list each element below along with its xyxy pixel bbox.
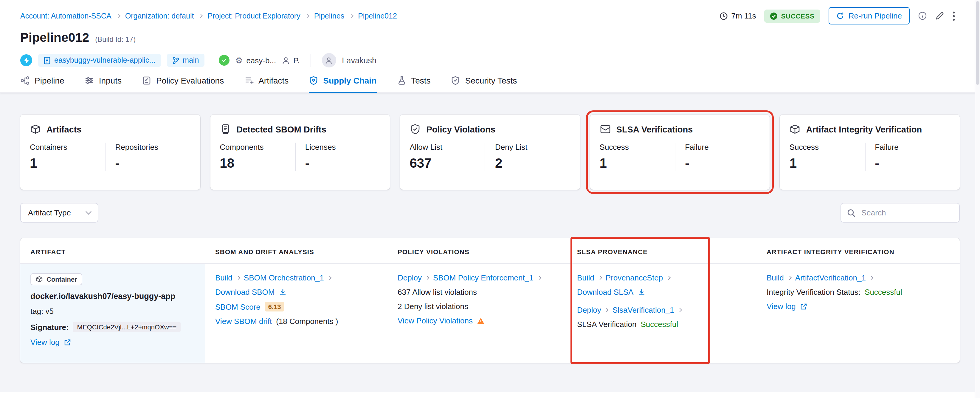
slsa-provenance-cell: Build ProvenanceStep Download SLSA Deplo… [567, 264, 756, 363]
pipeline-icon [20, 76, 30, 85]
service-item[interactable]: ⚙ easy-b... [235, 56, 276, 65]
sbom-step-link[interactable]: SBOM Orchestration_1 [244, 273, 324, 282]
branch-name: main [183, 56, 199, 64]
table-row: Container docker.io/lavakush07/easy-bugg… [20, 264, 960, 363]
sbom-drift-count: (18 Components ) [276, 317, 338, 326]
policy-violations-cell: Deploy SBOM Policy Enforcement_1 637 All… [387, 264, 567, 363]
column-policy-violations: POLICY VIOLATIONS [387, 238, 567, 263]
column-artifact-integrity: ARTIFACT INTEGRITY VERIFICATION [756, 238, 960, 263]
more-options-icon[interactable] [953, 11, 955, 21]
scrollbar[interactable] [975, 0, 980, 398]
stat-licenses: Licenses - [295, 142, 380, 171]
slsa-verifications-card-icon [600, 123, 611, 135]
signature-value: MEQCICde2Vjl...L+2+mqnOXw== [73, 321, 181, 332]
chevron-right-icon [425, 276, 430, 280]
green-status-icon [218, 55, 229, 66]
gear-icon: ⚙ [235, 56, 243, 65]
breadcrumb-pipeline012[interactable]: Pipeline012 [358, 12, 397, 20]
tests-icon [397, 76, 406, 85]
policy-step-link[interactable]: SBOM Policy Enforcement_1 [433, 273, 533, 282]
chevron-right-icon [349, 14, 353, 18]
sbom-score-link[interactable]: SBOM Score [215, 302, 261, 311]
card-title: Artifacts [46, 125, 82, 134]
tab-policy-evaluations[interactable]: Policy Evaluations [142, 76, 224, 93]
success-check-icon [770, 12, 778, 19]
card-title: Policy Violations [426, 125, 495, 134]
artifact-view-log-link[interactable]: View log [30, 338, 60, 347]
rerun-label: Re-run Pipeline [848, 11, 902, 20]
chevron-right-icon [598, 276, 602, 280]
slsa-build-stage-link[interactable]: Build [577, 273, 594, 282]
breadcrumb-account[interactable]: Account: Automation-SSCA [20, 12, 111, 20]
integrity-status-value: Successful [865, 288, 902, 297]
artifact-integrity-card-icon [789, 123, 801, 135]
tab-tests[interactable]: Tests [397, 76, 430, 93]
tab-security-tests[interactable]: Security Tests [451, 76, 517, 93]
tab-label: Tests [411, 76, 430, 85]
download-icon [638, 288, 645, 296]
search-input[interactable] [860, 208, 953, 218]
status-badge: SUCCESS [765, 9, 821, 22]
chevron-right-icon [605, 308, 609, 312]
tab-supply-chain[interactable]: Supply Chain [309, 76, 377, 93]
environment-item[interactable]: P. [282, 56, 299, 65]
artifact-tag: tag: v5 [30, 307, 197, 316]
download-sbom-link[interactable]: Download SBOM [215, 288, 275, 297]
chevron-right-icon [199, 14, 203, 18]
stat-integrity-failure: Failure - [865, 142, 950, 171]
scrollbar-thumb[interactable] [975, 1, 979, 85]
artifact-verification-step-link[interactable]: ArtifactVerification_1 [795, 273, 866, 282]
rerun-pipeline-button[interactable]: Re-run Pipeline [829, 7, 910, 24]
artifact-cell: Container docker.io/lavakush07/easy-bugg… [20, 264, 205, 363]
breadcrumb-organization[interactable]: Organization: default [125, 12, 194, 20]
view-policy-violations-link[interactable]: View Policy Violations [398, 316, 473, 325]
chevron-right-icon [788, 276, 792, 280]
sbom-cell: Build SBOM Orchestration_1 Download SBOM… [205, 264, 387, 363]
chevron-right-icon [328, 276, 332, 280]
integrity-view-log-link[interactable]: View log [767, 302, 796, 311]
tab-inputs[interactable]: Inputs [85, 76, 122, 93]
repository-icon [43, 56, 51, 64]
branch-chip[interactable]: main [167, 54, 204, 67]
artifact-type-dropdown[interactable]: Artifact Type [20, 203, 99, 222]
policy-violations-card-icon [409, 123, 421, 135]
card-title: Detected SBOM Drifts [236, 125, 326, 134]
policy-stage-link[interactable]: Deploy [398, 273, 422, 282]
chevron-right-icon [305, 14, 309, 18]
card-title: Artifact Integrity Verification [806, 125, 922, 134]
topbar: Account: Automation-SSCA Organization: d… [0, 0, 980, 24]
environment-name: P. [293, 56, 299, 65]
repository-chip[interactable]: easybuggy-vulnerable-applic... [38, 54, 161, 67]
breadcrumb: Account: Automation-SSCA Organization: d… [20, 12, 397, 20]
tab-artifacts[interactable]: Artifacts [244, 76, 288, 93]
info-icon[interactable] [918, 11, 927, 20]
stat-repositories: Repositories - [105, 142, 191, 171]
tab-bar: Pipeline Inputs Policy Evaluations Artif… [0, 67, 980, 93]
artifact-image-name: docker.io/lavakush07/easy-buggy-app [30, 292, 197, 301]
slsa-verification-step-link[interactable]: SlsaVerification_1 [612, 305, 674, 315]
column-slsa-provenance: SLSA PROVENANCE [567, 238, 756, 263]
allow-list-violations: 637 Allow list violations [398, 288, 558, 297]
breadcrumb-pipelines[interactable]: Pipelines [314, 12, 344, 20]
user-name: Lavakush [342, 56, 377, 65]
integrity-status-label: Integrity Verification Status: [767, 288, 861, 297]
download-slsa-link[interactable]: Download SLSA [577, 288, 633, 297]
page-title: Pipeline012 [20, 30, 89, 45]
edit-pipeline-icon[interactable] [935, 11, 944, 20]
duration-text: 7m 11s [731, 11, 756, 20]
view-sbom-drift-link[interactable]: View SBOM drift [215, 317, 272, 326]
stat-deny-list: Deny List 2 [485, 142, 571, 171]
breadcrumb-project[interactable]: Project: Product Exploratory [207, 12, 300, 20]
tab-label: Inputs [99, 76, 122, 85]
slsa-deploy-stage-link[interactable]: Deploy [577, 305, 601, 315]
tab-pipeline[interactable]: Pipeline [20, 76, 64, 93]
warning-icon [477, 317, 485, 324]
chevron-right-icon [667, 276, 671, 280]
sbom-stage-link[interactable]: Build [215, 273, 232, 282]
divider [310, 54, 311, 67]
tab-label: Policy Evaluations [156, 76, 224, 85]
execution-meta-row: easybuggy-vulnerable-applic... main ⚙ ea… [0, 45, 980, 67]
stat-containers: Containers 1 [30, 142, 105, 171]
provenance-step-link[interactable]: ProvenanceStep [606, 273, 663, 282]
integrity-stage-link[interactable]: Build [767, 273, 784, 282]
